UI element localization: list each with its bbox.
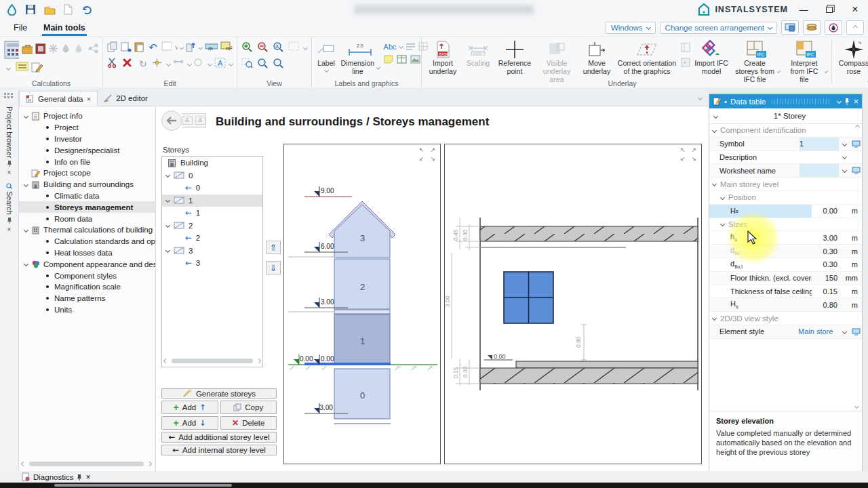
raise-element-icon[interactable] <box>186 41 197 54</box>
close-diagnostics-icon[interactable]: × <box>85 472 90 482</box>
zoom-in-icon[interactable] <box>241 41 254 54</box>
new-file-icon[interactable] <box>64 4 73 15</box>
collapse-menu-button[interactable] <box>846 20 864 35</box>
pin-icon[interactable] <box>844 98 850 105</box>
view-dropdown[interactable] <box>303 45 308 49</box>
zoom-window-icon[interactable] <box>273 58 285 70</box>
subsection-sizes[interactable]: Sizes <box>709 218 862 232</box>
diagnostics-tab[interactable]: Diagnostics × <box>0 472 90 482</box>
nav-up-button[interactable]: ≙ <box>182 117 193 125</box>
tree-item-building-surroundings[interactable]: Building and surroundings <box>19 179 155 190</box>
tabstrip-overflow-chevron[interactable] <box>698 96 703 100</box>
edit-calculation-icon[interactable] <box>31 62 44 75</box>
add-storey-below-button[interactable]: +Add↓ <box>161 416 218 430</box>
section-2d3d-view-style[interactable]: 2D/3D view style <box>709 312 862 325</box>
subsection-position[interactable]: Position <box>709 191 862 205</box>
text-style-icon[interactable]: A <box>214 58 226 70</box>
menu-main-tools[interactable]: Main tools <box>39 22 90 34</box>
tree-item-component-styles[interactable]: Component styles <box>19 270 155 281</box>
rotate-icon[interactable]: ↻ <box>137 58 149 70</box>
tree-item-component-appearance[interactable]: Component appearance and descrip <box>19 258 155 270</box>
pin-icon[interactable] <box>7 217 12 224</box>
copy-icon[interactable] <box>107 41 118 54</box>
note-icon[interactable] <box>384 55 393 64</box>
align-nodes-icon[interactable] <box>173 58 185 70</box>
tree-item-project-info[interactable]: Project info <box>19 110 155 122</box>
menu-file[interactable]: File <box>9 22 31 34</box>
edit-dropdown-5[interactable] <box>208 62 212 66</box>
back-button[interactable] <box>161 110 182 131</box>
monitor-layout-button[interactable] <box>781 20 799 35</box>
tree-item-climatic-data[interactable]: Climatic data <box>19 190 155 202</box>
interpret-from-ifc-button[interactable]: IFC Interpret from IFC file <box>784 39 829 84</box>
panel-dropdown-chevron[interactable] <box>837 99 842 104</box>
symbol-value[interactable]: 1 <box>800 138 839 150</box>
tree-item-project[interactable]: Project <box>19 122 155 134</box>
dflo-l-value[interactable]: 0.30 <box>812 260 839 268</box>
theme-drop-button[interactable] <box>825 20 842 35</box>
generate-storeys-button[interactable]: Generate storeys <box>161 388 277 399</box>
tree-item-info-on-file[interactable]: Info on file <box>19 156 155 167</box>
windows-dropdown[interactable]: Windows <box>606 22 656 34</box>
element-style-value[interactable]: Main store <box>798 327 839 336</box>
paste-icon[interactable] <box>134 41 145 54</box>
tab-general-data[interactable]: General data × <box>19 91 98 106</box>
section-component-identification[interactable]: Component identification <box>709 124 862 138</box>
symbol-dropdown-chevron[interactable] <box>842 142 846 146</box>
section-view-panel[interactable]: ↖ ↗↙ ↘ 0.80 <box>444 144 702 464</box>
storey-level-1[interactable]: ←1 <box>162 207 262 220</box>
minimize-button[interactable]: — <box>791 0 816 19</box>
tree-item-room-data[interactable]: Room data <box>19 213 155 224</box>
close-search-icon[interactable]: × <box>5 226 13 233</box>
abc-dropdown[interactable] <box>399 44 403 49</box>
edit-dropdown-2[interactable] <box>199 45 203 50</box>
data-table-titlebar[interactable]: •Data table × <box>709 94 862 108</box>
move-storey-down-button[interactable]: ⇓ <box>266 261 281 274</box>
tree-item-units[interactable]: Units <box>19 304 155 316</box>
reference-point-button[interactable]: Reference point <box>496 39 533 77</box>
maximize-button[interactable] <box>816 0 842 19</box>
storey-node-3[interactable]: 3 <box>162 245 262 258</box>
search-vertical-tab[interactable]: Search × <box>4 183 15 233</box>
copy-storey-button[interactable]: Copy <box>220 401 277 414</box>
move-storey-up-button[interactable]: ⇑ <box>266 241 281 254</box>
tree-item-name-patterns[interactable]: Name patterns <box>19 293 155 304</box>
scroll-up-arrow[interactable] <box>855 125 860 129</box>
storey-height-value[interactable]: 3.00 <box>812 234 839 242</box>
dimension-line-button[interactable]: 2.0 Dimension line <box>339 39 381 77</box>
tree-item-storeys-management[interactable]: Storeys management <box>19 201 155 213</box>
delete-storey-button[interactable]: ✕Delete <box>220 416 277 430</box>
storey-tree-root-building[interactable]: Building <box>162 157 262 169</box>
create-storeys-from-ifc-button[interactable]: IFC Create storeys from IFC file <box>732 39 781 84</box>
measure-area-icon[interactable]: m² <box>220 41 233 54</box>
import-underlay-button[interactable]: BASE Import underlay <box>426 39 460 77</box>
close-panel-icon[interactable]: × <box>853 96 859 106</box>
tree-item-heat-losses[interactable]: Heat losses data <box>19 247 155 259</box>
screen-arrangement-dropdown[interactable]: Change screen arrangement <box>660 22 777 34</box>
undo-edit-icon[interactable]: ↶ <box>148 41 159 54</box>
scroll-down-arrow[interactable] <box>854 404 859 409</box>
storey-node-1[interactable]: 1 <box>162 195 262 207</box>
edit-dropdown-3[interactable] <box>166 62 171 66</box>
image-icon[interactable] <box>410 55 420 64</box>
project-browser-vertical-tab[interactable]: Project browser × <box>4 106 15 176</box>
monitor-link-icon[interactable] <box>852 140 861 148</box>
hs-position-value[interactable]: 0.00 <box>812 207 839 215</box>
tree-item-thermal-calculations[interactable]: Thermal calculations of building <box>19 224 155 236</box>
pin-icon[interactable] <box>7 160 12 167</box>
close-tab-icon[interactable]: × <box>87 95 92 103</box>
tree-item-investor[interactable]: Investor <box>19 134 155 145</box>
storey-node-0[interactable]: 0 <box>162 169 262 182</box>
zoom-all-icon[interactable]: A <box>273 41 285 54</box>
close-project-browser-icon[interactable]: × <box>5 169 13 176</box>
false-ceiling-value[interactable]: 0.15 <box>812 287 839 296</box>
save-icon[interactable] <box>25 4 36 15</box>
pin-icon[interactable] <box>77 474 82 481</box>
add-internal-storey-level-button[interactable]: ←Add internal storey level <box>161 445 277 455</box>
worksheet-name-value[interactable] <box>800 164 839 177</box>
hs-sill-value[interactable]: 0.80 <box>812 301 839 309</box>
highlight-results-icon[interactable] <box>16 62 28 75</box>
toolbox-icon[interactable] <box>22 43 33 56</box>
data-table-icon[interactable] <box>397 55 407 64</box>
element-style-dropdown-chevron[interactable] <box>842 329 846 334</box>
